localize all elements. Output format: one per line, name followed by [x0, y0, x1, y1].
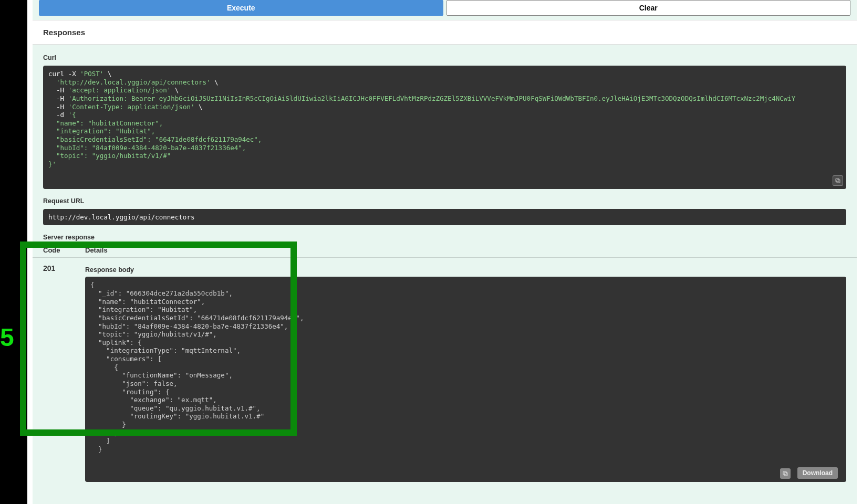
svg-rect-3	[783, 471, 786, 475]
svg-rect-2	[784, 472, 787, 476]
request-url-block: http://dev.local.yggio/api/connectors	[43, 209, 846, 226]
copy-curl-icon[interactable]	[833, 175, 843, 186]
svg-rect-0	[837, 180, 840, 183]
col-code-header: Code	[43, 243, 85, 257]
svg-rect-1	[836, 178, 839, 182]
clear-button[interactable]: Clear	[446, 0, 851, 16]
request-url-label: Request URL	[33, 195, 857, 207]
curl-block: curl -X 'POST' \ 'http://dev.local.yggio…	[43, 66, 846, 189]
response-body-label: Response body	[85, 263, 846, 277]
copy-response-icon[interactable]	[780, 468, 791, 479]
action-buttons: Execute Clear	[33, 0, 857, 20]
responses-title: Responses	[43, 28, 846, 37]
responses-header: Responses	[33, 20, 857, 45]
curl-label: Curl	[33, 52, 857, 64]
download-button[interactable]: Download	[797, 467, 838, 479]
execute-button[interactable]: Execute	[39, 0, 443, 16]
response-code: 201	[43, 263, 85, 482]
server-response-label: Server response	[33, 232, 857, 243]
col-details-header: Details	[85, 243, 846, 257]
response-row: 201 Response body { "_id": "666304dce271…	[33, 258, 857, 482]
annotation-number: 5	[0, 323, 14, 352]
response-table-head: Code Details	[33, 243, 857, 258]
response-body-block: { "_id": "666304dce271a2da550cdb1b", "na…	[85, 277, 846, 482]
